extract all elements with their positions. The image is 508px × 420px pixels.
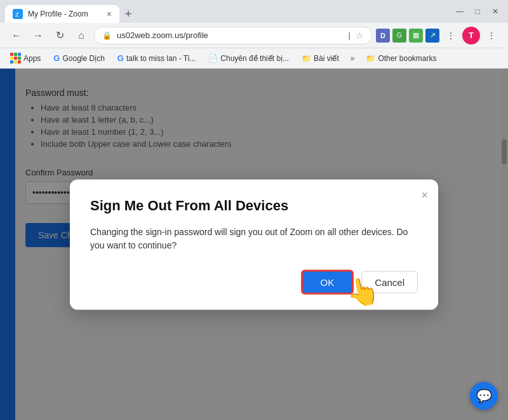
browser-toolbar: ← → ↻ ⌂ 🔒 us02web.zoom.us/profile | ☆ D …: [0, 23, 508, 48]
close-window-button[interactable]: ✕: [488, 4, 503, 19]
page-content: Password must: Have at least 8 character…: [0, 69, 508, 420]
sign-out-modal: × Sign Me Out From All Devices Changing …: [70, 179, 438, 309]
chat-button[interactable]: 💬: [470, 382, 498, 410]
forward-button[interactable]: →: [29, 27, 47, 44]
bookmark-talk[interactable]: G talk to miss lan - Ti...: [112, 52, 201, 64]
reload-button[interactable]: ↻: [51, 27, 69, 44]
extension2-icon[interactable]: ↗: [425, 29, 439, 43]
bookmark-google-dich[interactable]: G Google Dịch: [48, 52, 110, 64]
cancel-button[interactable]: Cancel: [361, 271, 418, 293]
browser-tab[interactable]: Z My Profile - Zoom ×: [5, 5, 119, 23]
address-bar[interactable]: 🔒 us02web.zoom.us/profile | ☆: [94, 27, 372, 44]
bookmark-bai-viet[interactable]: 📁 Bài viết: [297, 53, 344, 64]
ok-button[interactable]: OK: [301, 269, 354, 294]
tab-close-button[interactable]: ×: [107, 9, 112, 19]
svg-text:Z: Z: [15, 11, 19, 18]
more-bookmarks-button[interactable]: »: [347, 53, 359, 64]
url-text: us02web.zoom.us/profile: [117, 30, 344, 40]
window-controls: — □ ✕: [452, 4, 503, 19]
apps-icon[interactable]: ▦: [409, 29, 423, 43]
extensions-icon[interactable]: D: [376, 29, 390, 43]
profile-avatar[interactable]: T: [462, 27, 480, 44]
maximize-button[interactable]: □: [470, 4, 485, 19]
tab-favicon: Z: [13, 9, 23, 19]
bookmark-other[interactable]: 📁 Other bookmarks: [361, 53, 441, 64]
apps-grid-icon: [10, 53, 21, 64]
bai-viet-label: Bài viết: [314, 54, 339, 63]
minimize-button[interactable]: —: [452, 4, 467, 19]
apps-label: Apps: [23, 54, 41, 63]
chuyen-label: Chuyên đề thiết bị...: [220, 54, 289, 63]
modal-close-button[interactable]: ×: [421, 188, 428, 201]
modal-actions: OK 👆 Cancel: [90, 269, 418, 294]
toolbar-actions: D G ▦ ↗ ⋮ T ⋮: [376, 27, 500, 44]
home-button[interactable]: ⌂: [72, 27, 90, 44]
menu-extension-icon[interactable]: ⋮: [442, 27, 460, 44]
chat-icon: 💬: [476, 388, 492, 403]
other-bookmarks-label: Other bookmarks: [378, 54, 436, 63]
new-tab-button[interactable]: +: [119, 5, 137, 23]
back-button[interactable]: ←: [8, 27, 25, 44]
bookmark-apps[interactable]: Apps: [5, 51, 46, 65]
bookmarks-bar: Apps G Google Dịch G talk to miss lan - …: [0, 48, 508, 69]
title-bar: Z My Profile - Zoom × + — □ ✕: [0, 0, 508, 23]
modal-body-text: Changing the sign-in password will sign …: [90, 225, 418, 252]
google-dich-label: Google Dịch: [62, 54, 104, 63]
translate-icon[interactable]: G: [392, 29, 406, 43]
tab-title: My Profile - Zoom: [28, 10, 102, 18]
lock-icon: 🔒: [102, 31, 112, 40]
talk-label: talk to miss lan - Ti...: [126, 54, 196, 63]
star-icon[interactable]: ☆: [356, 30, 364, 41]
cursor-in-url: |: [349, 30, 351, 40]
bookmark-chuyen[interactable]: 📄 Chuyên đề thiết bị...: [203, 53, 294, 64]
modal-title: Sign Me Out From All Devices: [90, 197, 418, 213]
more-menu-button[interactable]: ⋮: [483, 27, 500, 44]
